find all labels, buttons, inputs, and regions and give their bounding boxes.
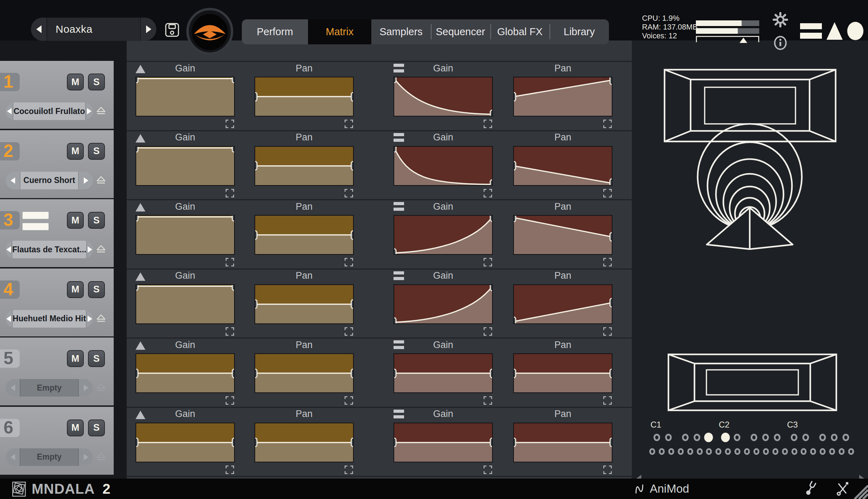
sample-name[interactable]: Empty [20, 379, 79, 397]
black-key-dot[interactable] [791, 434, 798, 441]
white-key-dot[interactable] [668, 448, 674, 455]
sample-prev-button[interactable] [6, 172, 20, 189]
envelope-handle[interactable] [610, 77, 613, 85]
mute-button-slot-3[interactable]: M [67, 212, 84, 229]
white-key-dot[interactable] [791, 448, 797, 455]
white-key-dot[interactable] [744, 448, 750, 455]
white-key-dot[interactable] [678, 448, 684, 455]
envelope-cell-row4-gain[interactable] [136, 284, 235, 324]
resize-grip-icon[interactable] [850, 481, 868, 499]
black-key-dot[interactable] [694, 434, 700, 441]
envelope-handle[interactable] [254, 299, 258, 309]
solo-button-slot-6[interactable]: S [88, 419, 105, 436]
expand-envelope-button[interactable] [226, 120, 234, 128]
envelope-cell-row2-pan[interactable] [513, 146, 612, 186]
white-key-dot[interactable] [810, 448, 816, 455]
white-key-dot[interactable] [782, 448, 788, 455]
eject-sample-button-slot-6[interactable] [96, 453, 106, 462]
envelope-handle[interactable] [490, 284, 493, 291]
black-key-dot[interactable] [803, 434, 809, 441]
preset-prev-button[interactable] [31, 18, 47, 41]
sample-next-button[interactable] [79, 379, 93, 397]
expand-envelope-button[interactable] [345, 258, 353, 266]
expand-envelope-button[interactable] [484, 189, 492, 197]
solo-button-slot-2[interactable]: S [88, 143, 105, 160]
white-key-dot[interactable] [706, 448, 712, 455]
solo-button-slot-5[interactable]: S [88, 350, 105, 367]
envelope-handle[interactable] [351, 230, 354, 240]
expand-envelope-button[interactable] [226, 189, 234, 197]
white-key-dot[interactable] [839, 448, 845, 455]
envelope-handle[interactable] [254, 230, 258, 240]
white-key-dot[interactable] [697, 448, 703, 455]
save-preset-button[interactable] [165, 23, 180, 38]
sample-next-button[interactable] [87, 310, 93, 328]
expand-envelope-button[interactable] [603, 258, 612, 266]
envelope-handle[interactable] [394, 146, 397, 153]
envelope-handle[interactable] [351, 299, 354, 309]
slider-pointer-icon[interactable] [740, 38, 747, 43]
envelope-handle[interactable] [490, 215, 493, 222]
eject-sample-button-slot-4[interactable] [96, 314, 106, 324]
expand-envelope-button[interactable] [345, 396, 353, 405]
expand-envelope-button[interactable] [603, 396, 612, 405]
tuning-fork-button[interactable] [804, 481, 818, 497]
envelope-cell-row5-pan[interactable] [254, 353, 354, 393]
envelope-handle[interactable] [232, 146, 235, 153]
envelope-handle[interactable] [232, 284, 235, 291]
tab-global-fx[interactable]: Global FX [490, 19, 550, 44]
envelope-handle[interactable] [232, 215, 235, 222]
white-key-dot[interactable] [820, 448, 826, 455]
envelope-handle[interactable] [136, 146, 139, 153]
sample-prev-button[interactable] [6, 448, 20, 466]
envelope-handle[interactable] [610, 368, 613, 378]
envelope-handle[interactable] [394, 317, 397, 324]
tab-library[interactable]: Library [549, 19, 609, 44]
envelope-handle[interactable] [254, 438, 258, 447]
envelope-handle[interactable] [351, 92, 354, 101]
envelope-cell-row4-gain[interactable] [394, 284, 493, 324]
black-key-dot[interactable] [734, 434, 741, 441]
cut-button[interactable] [835, 481, 850, 497]
solo-button-slot-3[interactable]: S [88, 212, 105, 229]
black-key-dot[interactable] [682, 434, 689, 441]
tab-perform[interactable]: Perform [242, 19, 308, 44]
white-key-dot[interactable] [753, 448, 759, 455]
envelope-handle[interactable] [513, 92, 516, 101]
sample-name[interactable]: Empty [20, 448, 79, 466]
envelope-handle[interactable] [513, 438, 516, 447]
expand-envelope-button[interactable] [226, 327, 234, 336]
envelope-handle[interactable] [610, 438, 613, 447]
white-key-dot[interactable] [735, 448, 741, 455]
sample-prev-button[interactable] [6, 310, 12, 328]
envelope-handle[interactable] [232, 368, 235, 378]
envelope-cell-row1-pan[interactable] [254, 77, 354, 116]
envelope-cell-row6-gain[interactable] [136, 423, 235, 462]
expand-envelope-button[interactable] [345, 189, 353, 197]
envelope-handle[interactable] [136, 284, 139, 291]
envelope-cell-row3-gain[interactable] [136, 215, 235, 255]
black-key-dot[interactable] [654, 434, 660, 441]
solo-button-slot-4[interactable]: S [88, 281, 105, 298]
info-button[interactable] [773, 36, 787, 51]
white-key-dot[interactable] [763, 448, 769, 455]
envelope-handle[interactable] [513, 215, 516, 222]
envelope-handle[interactable] [610, 298, 613, 307]
sample-name[interactable]: Flautas de Texcat... [12, 241, 87, 258]
envelope-handle[interactable] [490, 179, 493, 186]
preset-name[interactable]: Noaxka [47, 23, 140, 35]
envelope-cell-row3-pan[interactable] [513, 215, 612, 255]
envelope-cell-row6-pan[interactable] [254, 423, 354, 462]
sample-name[interactable]: Cuerno Short [20, 172, 79, 189]
eject-sample-button-slot-5[interactable] [96, 383, 106, 393]
envelope-cell-row1-pan[interactable] [513, 77, 612, 116]
black-key-dot[interactable] [774, 434, 781, 441]
envelope-handle[interactable] [513, 368, 516, 378]
tab-samplers[interactable]: Samplers [371, 19, 431, 44]
black-key-dot[interactable] [843, 434, 849, 441]
expand-envelope-button[interactable] [603, 327, 612, 336]
mute-button-slot-1[interactable]: M [67, 74, 84, 90]
white-key-dot[interactable] [725, 448, 731, 455]
solo-button-slot-1[interactable]: S [88, 74, 105, 90]
expand-envelope-button[interactable] [603, 189, 612, 197]
